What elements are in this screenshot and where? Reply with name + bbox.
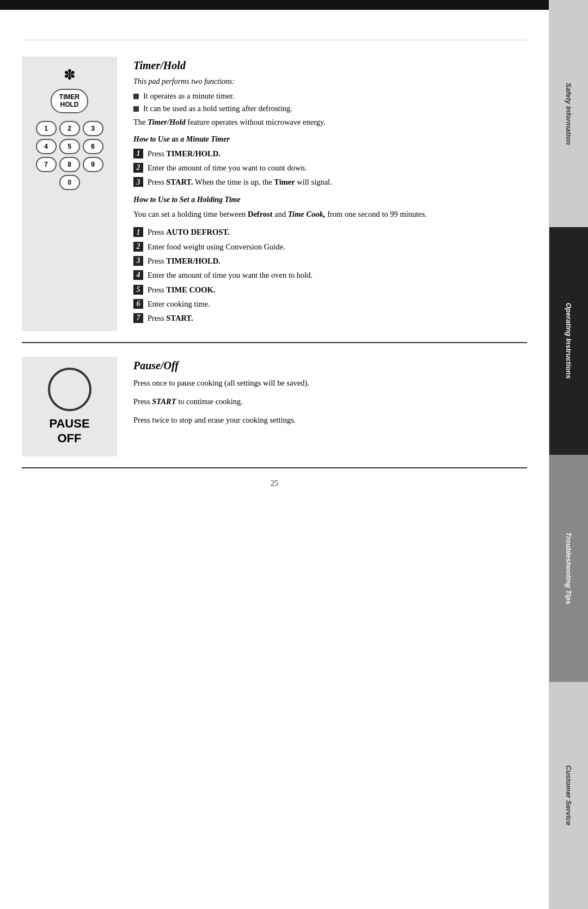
pause-line-3: Press twice to stop and erase your cooki… <box>133 414 527 426</box>
minute-timer-steps: 1 Press TIMER/HOLD. 2 Enter the amount o… <box>133 148 527 188</box>
key-1: 1 <box>36 121 57 136</box>
step-1-2: 2 Enter the amount of time you want to c… <box>133 162 527 173</box>
number-keypad: 1 2 3 4 5 6 7 8 9 0 <box>36 121 103 190</box>
sidebar-section-troubleshooting: Troubleshooting Tips <box>549 455 588 682</box>
keypad-image: ✽ TIMER HOLD 1 2 3 4 5 6 7 8 9 0 <box>22 57 117 331</box>
subsection2-intro: You can set a holding time between Defro… <box>133 209 527 221</box>
timer-hold-section: ✽ TIMER HOLD 1 2 3 4 5 6 7 8 9 0 Timer/H… <box>22 40 527 343</box>
bullet-square-2 <box>133 106 139 112</box>
timer-hold-button: TIMER HOLD <box>51 89 88 113</box>
step-2-3: 3 Press TIMER/HOLD. <box>133 255 527 266</box>
timer-intro: This pad performs two functions: <box>133 77 527 86</box>
pause-circle-icon <box>48 368 91 411</box>
key-8: 8 <box>59 157 80 172</box>
pause-off-section: PAUSE OFF Pause/Off Press once to pause … <box>22 343 527 467</box>
pause-line-1: Press once to pause cooking (all setting… <box>133 377 527 389</box>
step-2-7: 7 Press START. <box>133 313 527 324</box>
key-7: 7 <box>36 157 57 172</box>
key-5: 5 <box>59 139 80 154</box>
key-9: 9 <box>83 157 103 172</box>
subsection1-title: How to Use as a Minute Timer <box>133 135 527 144</box>
timer-body: The Timer/Hold feature operates without … <box>133 117 527 129</box>
clock-icon: ✽ <box>64 66 76 83</box>
key-4: 4 <box>36 139 57 154</box>
timer-hold-title: Timer/Hold <box>133 59 527 72</box>
bullet-square-1 <box>133 94 139 99</box>
main-content: ✽ TIMER HOLD 1 2 3 4 5 6 7 8 9 0 Timer/H… <box>0 40 549 493</box>
sidebar-section-customer: Customer Service <box>549 682 588 909</box>
pause-label: PAUSE OFF <box>49 417 89 446</box>
sidebar-section-operating: Operating Instructions <box>549 227 588 454</box>
pause-line-2: Press START to continue cooking. <box>133 396 527 408</box>
pause-text: Pause/Off Press once to pause cooking (a… <box>133 357 527 456</box>
step-2-5: 5 Press TIME COOK. <box>133 284 527 295</box>
right-sidebar: Safety Information Operating Instruction… <box>549 0 588 909</box>
step-1-1: 1 Press TIMER/HOLD. <box>133 148 527 159</box>
step-1-3: 3 Press START. When the time is up, the … <box>133 176 527 187</box>
step-2-6: 6 Enter cooking time. <box>133 298 527 309</box>
sidebar-section-safety: Safety Information <box>549 0 588 227</box>
pause-title: Pause/Off <box>133 359 527 372</box>
subsection2-title: How to Use to Set a Holding Time <box>133 196 527 204</box>
bullet-2: It can be used as a hold setting after d… <box>133 104 527 113</box>
step-2-2: 2 Enter food weight using Conversion Gui… <box>133 241 527 252</box>
holding-time-steps: 1 Press AUTO DEFROST. 2 Enter food weigh… <box>133 227 527 324</box>
step-2-4: 4 Enter the amount of time you want the … <box>133 270 527 280</box>
bullet-1: It operates as a minute timer. <box>133 91 527 101</box>
key-6: 6 <box>83 139 103 154</box>
step-2-1: 1 Press AUTO DEFROST. <box>133 227 527 237</box>
page-number: 25 <box>22 468 527 493</box>
pause-image: PAUSE OFF <box>22 357 117 456</box>
key-2: 2 <box>59 121 80 136</box>
key-0: 0 <box>59 175 80 190</box>
timer-hold-text: Timer/Hold This pad performs two functio… <box>133 57 527 331</box>
key-3: 3 <box>83 121 103 136</box>
top-bar <box>0 0 588 10</box>
